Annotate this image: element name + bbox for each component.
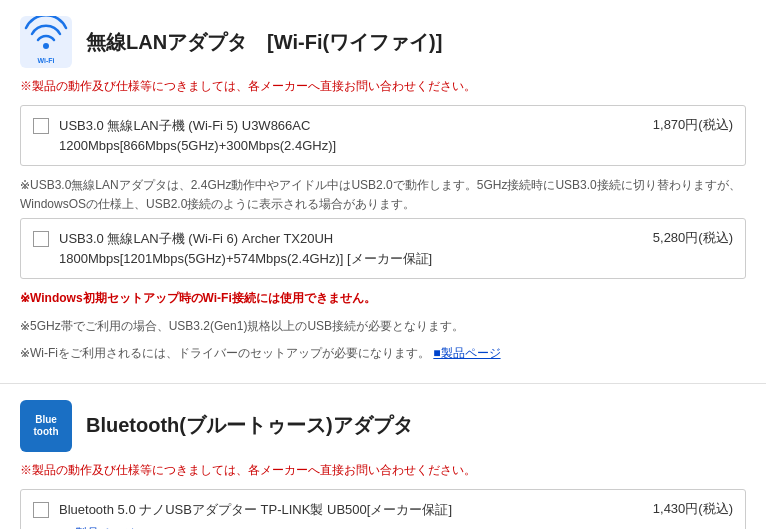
wifi-notice: ※製品の動作及び仕様等につきましては、各メーカーへ直接お問い合わせください。 [20, 78, 746, 95]
wifi-item-1-checkbox[interactable] [33, 118, 49, 134]
bt-item-1-checkbox[interactable] [33, 502, 49, 518]
wifi-item-1: USB3.0 無線LAN子機 (Wi-Fi 5) U3W866AC 1200Mb… [20, 105, 746, 166]
bt-section: Blue tooth Bluetooth(ブルートゥース)アダプタ ※製品の動作… [0, 384, 766, 529]
svg-point-1 [43, 43, 49, 49]
wifi-note3: ※5GHz帯でご利用の場合、USB3.2(Gen1)規格以上のUSB接続が必要と… [20, 317, 746, 336]
wifi-item-1-price: 1,870円(税込) [653, 116, 733, 134]
wifi-product-link[interactable]: ■製品ページ [433, 346, 500, 360]
wifi-note1: ※USB3.0無線LANアダプタは、2.4GHz動作中やアイドル中はUSB2.0… [20, 176, 746, 214]
wifi-note4: ※Wi-Fiをご利用されるには、ドライバーのセットアップが必要になります。 ■製… [20, 344, 746, 363]
wifi-section-header: Wi-Fi 無線LANアダプタ [Wi-Fi(ワイファイ)] [20, 16, 746, 68]
bt-item-1-name: Bluetooth 5.0 ナノUSBアダプター TP-LINK製 UB500[… [59, 500, 643, 520]
bt-icon: Blue tooth [20, 400, 72, 452]
bt-notice: ※製品の動作及び仕様等につきましては、各メーカーへ直接お問い合わせください。 [20, 462, 746, 479]
wifi-item-2: USB3.0 無線LAN子機 (Wi-Fi 6) Archer TX20UH 1… [20, 218, 746, 279]
wifi-section: Wi-Fi 無線LANアダプタ [Wi-Fi(ワイファイ)] ※製品の動作及び仕… [0, 0, 766, 384]
bt-product-link[interactable]: ■製品ページ [59, 525, 135, 529]
wifi-item-1-name: USB3.0 無線LAN子機 (Wi-Fi 5) U3W866AC 1200Mb… [59, 116, 643, 155]
wifi-icon: Wi-Fi [20, 16, 72, 68]
wifi-note2: ※Windows初期セットアップ時のWi-Fi接続には使用できません。 [20, 289, 746, 308]
bt-item-1: Bluetooth 5.0 ナノUSBアダプター TP-LINK製 UB500[… [20, 489, 746, 529]
bt-section-header: Blue tooth Bluetooth(ブルートゥース)アダプタ [20, 400, 746, 452]
bt-section-title: Bluetooth(ブルートゥース)アダプタ [86, 412, 413, 439]
svg-text:Wi-Fi: Wi-Fi [37, 57, 54, 64]
wifi-item-2-checkbox[interactable] [33, 231, 49, 247]
wifi-item-2-price: 5,280円(税込) [653, 229, 733, 247]
wifi-section-title: 無線LANアダプタ [Wi-Fi(ワイファイ)] [86, 29, 442, 56]
bt-item-1-price: 1,430円(税込) [653, 500, 733, 518]
wifi-item-2-name: USB3.0 無線LAN子機 (Wi-Fi 6) Archer TX20UH 1… [59, 229, 643, 268]
